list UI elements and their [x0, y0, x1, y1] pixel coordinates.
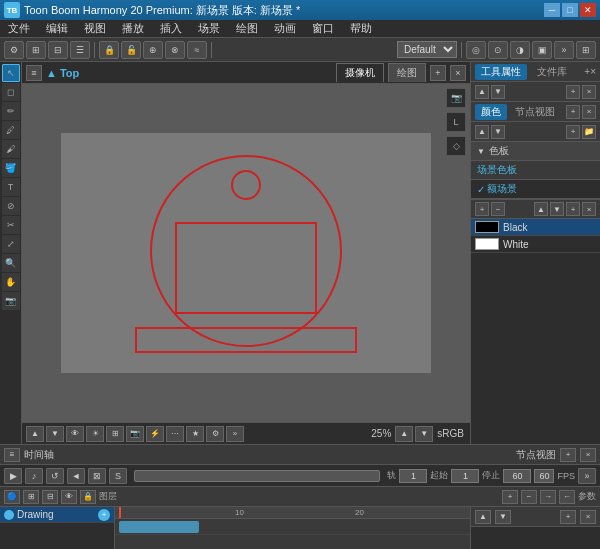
- canvas-menu-btn[interactable]: ≡: [26, 65, 42, 81]
- tab-drawing[interactable]: 绘图: [388, 63, 426, 82]
- cb-btn-1[interactable]: ▲: [26, 426, 44, 442]
- toolbar-btn-5[interactable]: 🔒: [99, 41, 119, 59]
- active-palette[interactable]: ✓ 额场景: [471, 180, 600, 199]
- close-button[interactable]: ✕: [580, 3, 596, 17]
- cb-zoom-down[interactable]: ▼: [415, 426, 433, 442]
- tab-camera[interactable]: 摄像机: [336, 63, 384, 82]
- right-panel-close[interactable]: +×: [584, 66, 596, 77]
- cb-light[interactable]: ☀: [86, 426, 104, 442]
- tl-add-btn[interactable]: +: [560, 448, 576, 462]
- toolbar-btn-9[interactable]: ≈: [187, 41, 207, 59]
- fc-btn3[interactable]: ⊟: [42, 490, 58, 504]
- minimize-button[interactable]: ─: [544, 3, 560, 17]
- tool-brush[interactable]: 🖌: [2, 140, 20, 158]
- vt-btn1[interactable]: +: [566, 85, 580, 99]
- tool-zoom[interactable]: 🔍: [2, 254, 20, 272]
- rmp-close[interactable]: ×: [580, 510, 596, 524]
- menu-scene[interactable]: 场景: [194, 20, 224, 37]
- vt-btn2[interactable]: ×: [582, 85, 596, 99]
- toolbar-btn-14[interactable]: »: [554, 41, 574, 59]
- cb-settings[interactable]: ⚙: [206, 426, 224, 442]
- tool-select[interactable]: ↖: [2, 64, 20, 82]
- cb-dots[interactable]: ⋯: [166, 426, 184, 442]
- rmp-btn2[interactable]: ▼: [495, 510, 511, 524]
- viewport-camera-btn[interactable]: 📷: [446, 88, 466, 108]
- pb-scrubber[interactable]: [134, 470, 380, 482]
- canvas-viewport[interactable]: 📷 L ◇: [22, 84, 470, 422]
- swatch-remove[interactable]: −: [491, 202, 505, 216]
- tool-camera-move[interactable]: 📷: [2, 292, 20, 310]
- menu-insert[interactable]: 插入: [156, 20, 186, 37]
- toolbar-btn-10[interactable]: ◎: [466, 41, 486, 59]
- track-item-drawing[interactable]: Drawing +: [0, 507, 114, 523]
- toolbar-btn-11[interactable]: ⊙: [488, 41, 508, 59]
- tool-eraser[interactable]: ⊘: [2, 197, 20, 215]
- toolbar-btn-12[interactable]: ◑: [510, 41, 530, 59]
- swatch-extra4[interactable]: ×: [582, 202, 596, 216]
- color-up[interactable]: ▲: [475, 125, 489, 139]
- menu-file[interactable]: 文件: [4, 20, 34, 37]
- fc-remove[interactable]: −: [521, 490, 537, 504]
- color-down[interactable]: ▼: [491, 125, 505, 139]
- pb-stop[interactable]: ⊠: [88, 468, 106, 484]
- menu-animate[interactable]: 动画: [270, 20, 300, 37]
- fc-lock[interactable]: 🔒: [80, 490, 96, 504]
- menu-view[interactable]: 视图: [80, 20, 110, 37]
- fc-eye[interactable]: 👁: [61, 490, 77, 504]
- playhead[interactable]: [119, 507, 121, 518]
- color-panel-close[interactable]: ×: [582, 105, 596, 119]
- cb-star[interactable]: ★: [186, 426, 204, 442]
- timeline-frames[interactable]: 10 20: [115, 507, 470, 549]
- pb-loop[interactable]: ↺: [46, 468, 64, 484]
- vt-down[interactable]: ▼: [491, 85, 505, 99]
- pb-sound[interactable]: S: [109, 468, 127, 484]
- cb-flash[interactable]: ⚡: [146, 426, 164, 442]
- swatch-add[interactable]: +: [475, 202, 489, 216]
- toolbar-btn-7[interactable]: ⊕: [143, 41, 163, 59]
- cb-eye[interactable]: 👁: [66, 426, 84, 442]
- tool-contour[interactable]: ◻: [2, 83, 20, 101]
- menu-help[interactable]: 帮助: [346, 20, 376, 37]
- toolbar-btn-4[interactable]: ☰: [70, 41, 90, 59]
- pb-frame-input[interactable]: [399, 469, 427, 483]
- toolbar-btn-3[interactable]: ⊟: [48, 41, 68, 59]
- canvas-close-btn[interactable]: ×: [450, 65, 466, 81]
- toolbar-btn-13[interactable]: ▣: [532, 41, 552, 59]
- vt-up[interactable]: ▲: [475, 85, 489, 99]
- maximize-button[interactable]: □: [562, 3, 578, 17]
- cb-zoom-up[interactable]: ▲: [395, 426, 413, 442]
- pb-fps-value[interactable]: [534, 469, 554, 483]
- pb-start-frame[interactable]: [451, 469, 479, 483]
- color-entry-black[interactable]: Black: [471, 219, 600, 236]
- menu-edit[interactable]: 编辑: [42, 20, 72, 37]
- viewport-layer-btn[interactable]: L: [446, 112, 466, 132]
- palette-name[interactable]: 场景色板: [471, 161, 600, 180]
- menu-window[interactable]: 窗口: [308, 20, 338, 37]
- color-folder[interactable]: 📁: [582, 125, 596, 139]
- fc-btn2[interactable]: ⊞: [23, 490, 39, 504]
- fc-add[interactable]: +: [502, 490, 518, 504]
- color-entry-white[interactable]: White: [471, 236, 600, 253]
- toolbar-btn-2[interactable]: ⊞: [26, 41, 46, 59]
- tool-pencil[interactable]: ✏: [2, 102, 20, 120]
- swatch-extra3[interactable]: +: [566, 202, 580, 216]
- pb-extra-btn[interactable]: »: [578, 468, 596, 484]
- fc-left[interactable]: ←: [559, 490, 575, 504]
- cb-camera[interactable]: 📷: [126, 426, 144, 442]
- rmp-btn1[interactable]: ▲: [475, 510, 491, 524]
- track-add-icon[interactable]: +: [98, 509, 110, 521]
- canvas-add-btn[interactable]: +: [430, 65, 446, 81]
- preset-select[interactable]: Default: [397, 41, 457, 58]
- cb-btn-2[interactable]: ▼: [46, 426, 64, 442]
- pb-rewind[interactable]: ◄: [67, 468, 85, 484]
- tool-paint[interactable]: 🪣: [2, 159, 20, 177]
- toolbar-btn-8[interactable]: ⊗: [165, 41, 185, 59]
- pb-anim[interactable]: ♪: [25, 468, 43, 484]
- color-add[interactable]: +: [566, 125, 580, 139]
- menu-draw[interactable]: 绘图: [232, 20, 262, 37]
- tool-pen[interactable]: 🖊: [2, 121, 20, 139]
- fc-btn1[interactable]: 🔵: [4, 490, 20, 504]
- toolbar-btn-1[interactable]: ⚙: [4, 41, 24, 59]
- menu-play[interactable]: 播放: [118, 20, 148, 37]
- tab-node-view[interactable]: 节点视图: [509, 104, 561, 120]
